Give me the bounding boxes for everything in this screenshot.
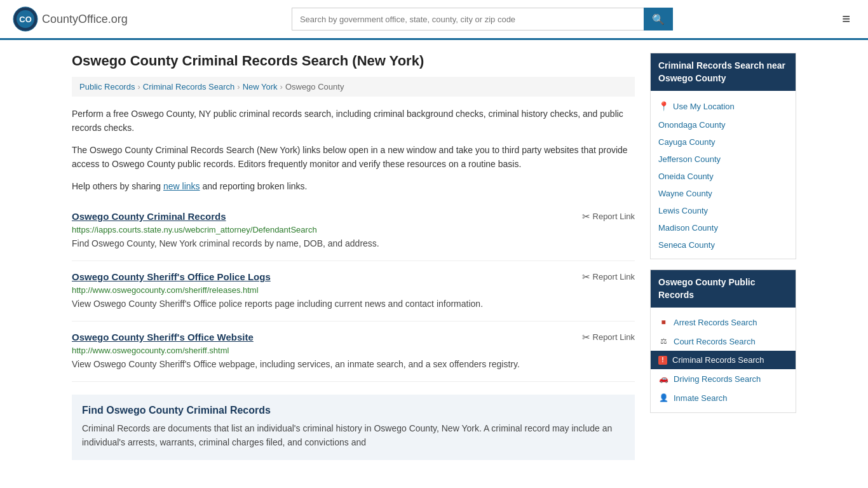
nearby-oneida[interactable]: Oneida County — [651, 168, 796, 185]
pr-court-records[interactable]: ⚖ Court Records Search — [651, 332, 796, 351]
pr-criminal-records[interactable]: ! Criminal Records Search — [651, 351, 796, 369]
main-container: Oswego County Criminal Records Search (N… — [59, 40, 809, 473]
menu-button[interactable]: ≡ — [837, 8, 855, 30]
report-link-1[interactable]: ✂ Report Link — [582, 211, 635, 222]
search-input[interactable] — [292, 8, 644, 30]
logo[interactable]: CO CountyOffice.org — [13, 6, 128, 32]
result-desc-3: View Oswego County Sheriff's Office webp… — [72, 358, 635, 371]
nearby-seneca[interactable]: Seneca County — [651, 236, 796, 254]
result-item-2: Oswego County Sheriff's Office Police Lo… — [72, 261, 635, 322]
result-title-3[interactable]: Oswego County Sheriff's Office Website — [72, 332, 254, 342]
location-pin-icon: 📍 — [658, 101, 669, 111]
breadcrumb-sep-2: › — [237, 82, 240, 92]
inmate-icon: 👤 — [658, 393, 668, 403]
sidebar: Criminal Records Search near Oswego Coun… — [650, 53, 796, 460]
logo-icon: CO — [13, 6, 38, 32]
result-item-3: Oswego County Sheriff's Office Website ✂… — [72, 322, 635, 382]
nearby-lewis[interactable]: Lewis County — [651, 202, 796, 219]
result-url-2[interactable]: http://www.oswegocounty.com/sheriff/rele… — [72, 285, 635, 295]
result-desc-2: View Oswego County Sheriff's Office poli… — [72, 297, 635, 311]
breadcrumb-sep-1: › — [137, 82, 140, 92]
new-links-link[interactable]: new links — [163, 181, 200, 191]
find-section: Find Oswego County Criminal Records Crim… — [72, 395, 635, 460]
site-header: CO CountyOffice.org 🔍 ≡ — [0, 0, 868, 40]
report-icon-1: ✂ — [582, 211, 590, 222]
nearby-madison[interactable]: Madison County — [651, 219, 796, 236]
result-url-1[interactable]: https://iapps.courts.state.ny.us/webcrim… — [72, 225, 635, 234]
main-content: Oswego County Criminal Records Search (N… — [72, 53, 635, 460]
nearby-jefferson[interactable]: Jefferson County — [651, 151, 796, 168]
result-header-3: Oswego County Sheriff's Office Website ✂… — [72, 332, 635, 343]
pr-arrest-records[interactable]: ■ Arrest Records Search — [651, 313, 796, 332]
intro-paragraph-1: Perform a free Oswego County, NY public … — [72, 107, 635, 135]
sidebar-public-records-title: Oswego County Public Records — [651, 270, 796, 308]
sidebar-criminal-section: Criminal Records Search near Oswego Coun… — [650, 53, 796, 259]
breadcrumb-current: Oswego County — [285, 82, 344, 92]
search-button[interactable]: 🔍 — [644, 8, 673, 30]
find-text: Criminal Records are documents that list… — [82, 421, 625, 450]
pr-inmate-search[interactable]: 👤 Inmate Search — [651, 388, 796, 407]
result-title-1[interactable]: Oswego County Criminal Records — [72, 211, 226, 222]
search-icon: 🔍 — [652, 13, 665, 25]
driving-icon: 🚗 — [658, 374, 668, 384]
result-header-2: Oswego County Sheriff's Office Police Lo… — [72, 271, 635, 283]
nearby-wayne[interactable]: Wayne County — [651, 185, 796, 202]
report-link-2[interactable]: ✂ Report Link — [582, 271, 635, 283]
logo-text: CountyOffice.org — [42, 13, 128, 26]
report-link-3[interactable]: ✂ Report Link — [582, 332, 635, 343]
breadcrumb-criminal-records[interactable]: Criminal Records Search — [143, 82, 235, 92]
intro-paragraph-3: Help others by sharing new links and rep… — [72, 179, 635, 193]
sidebar-public-records-body: ■ Arrest Records Search ⚖ Court Records … — [651, 308, 796, 412]
use-my-location[interactable]: 📍 Use My Location — [651, 96, 796, 116]
report-icon-2: ✂ — [582, 271, 590, 283]
breadcrumb-new-york[interactable]: New York — [243, 82, 278, 92]
result-url-3[interactable]: http://www.oswegocounty.com/sheriff.shtm… — [72, 346, 635, 355]
sidebar-criminal-title: Criminal Records Search near Oswego Coun… — [651, 53, 796, 91]
breadcrumb-sep-3: › — [280, 82, 283, 92]
search-area: 🔍 — [292, 8, 673, 30]
result-item-1: Oswego County Criminal Records ✂ Report … — [72, 201, 635, 261]
svg-text:CO: CO — [19, 15, 32, 24]
result-header-1: Oswego County Criminal Records ✂ Report … — [72, 211, 635, 222]
result-desc-1: Find Oswego County, New York criminal re… — [72, 237, 635, 250]
sidebar-public-records-section: Oswego County Public Records ■ Arrest Re… — [650, 269, 796, 413]
criminal-icon: ! — [658, 356, 667, 365]
page-title: Oswego County Criminal Records Search (N… — [72, 53, 635, 69]
arrest-icon: ■ — [658, 317, 668, 327]
court-icon: ⚖ — [658, 336, 668, 346]
sidebar-criminal-body: 📍 Use My Location Onondaga County Cayuga… — [651, 91, 796, 259]
report-icon-3: ✂ — [582, 332, 590, 343]
hamburger-icon: ≡ — [842, 11, 850, 27]
nearby-onondaga[interactable]: Onondaga County — [651, 116, 796, 133]
result-title-2[interactable]: Oswego County Sheriff's Office Police Lo… — [72, 271, 271, 282]
breadcrumb-public-records[interactable]: Public Records — [79, 82, 135, 92]
find-title: Find Oswego County Criminal Records — [82, 405, 625, 416]
intro-paragraph-2: The Oswego County Criminal Records Searc… — [72, 143, 635, 172]
use-my-location-link[interactable]: Use My Location — [673, 102, 735, 111]
pr-driving-records[interactable]: 🚗 Driving Records Search — [651, 369, 796, 388]
nearby-cayuga[interactable]: Cayuga County — [651, 133, 796, 151]
breadcrumb: Public Records › Criminal Records Search… — [72, 77, 635, 97]
